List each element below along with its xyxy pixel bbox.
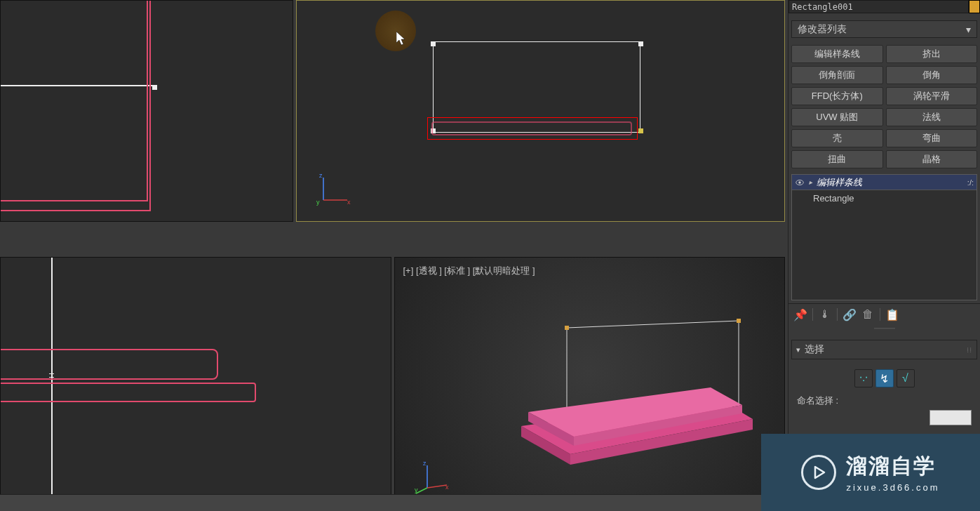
vertex-icon: ⸪ xyxy=(860,372,867,385)
mod-bend-button[interactable]: 弯曲 xyxy=(886,129,978,147)
named-selection-label: 命名选择 : xyxy=(797,394,838,407)
viewport-bottom-left[interactable] xyxy=(0,257,391,511)
viewport-top-left[interactable] xyxy=(0,0,293,222)
subobject-selection-row: ⸪ ↯ √ xyxy=(788,362,980,394)
svg-rect-4 xyxy=(737,319,741,323)
axis-y-label: y xyxy=(316,199,320,206)
watermark-url: zixue.3d66.com xyxy=(846,482,939,493)
rollout-collapse-icon: ▾ xyxy=(796,345,800,354)
pin-icon[interactable]: 📌 xyxy=(794,308,807,321)
mod-edit-spline-button[interactable]: 编辑样条线 xyxy=(791,45,883,63)
stack-active-label: 编辑样条线 xyxy=(817,176,862,189)
vertex-subobject-button[interactable]: ⸪ xyxy=(854,369,873,387)
perspective-model xyxy=(507,307,767,461)
svg-text:x: x xyxy=(445,484,449,491)
axis-gizmo-icon: z x y xyxy=(415,461,450,496)
axis-x-label: x xyxy=(347,199,351,206)
viewport-top-right[interactable]: z x y xyxy=(296,0,785,222)
mouse-highlight xyxy=(375,11,416,51)
mod-bevel-button[interactable]: 倒角 xyxy=(886,66,978,84)
viewport-perspective[interactable]: [+] [透视 ] [标准 ] [默认明暗处理 ] xyxy=(394,257,786,511)
axis-z-label: z xyxy=(319,172,323,179)
grip-dots-icon: ⁞⁞ xyxy=(967,346,972,354)
stack-item-rectangle[interactable]: Rectangle xyxy=(792,190,976,206)
segment-icon: ↯ xyxy=(880,372,889,385)
expand-triangle-icon: ▸ xyxy=(809,178,812,186)
modifier-list-label: 修改器列表 xyxy=(798,23,847,36)
named-selection-input[interactable] xyxy=(929,410,972,425)
modifier-list-dropdown[interactable]: 修改器列表 ▾ xyxy=(791,20,977,38)
status-bar xyxy=(0,494,788,511)
mod-normal-button[interactable]: 法线 xyxy=(886,108,978,126)
stack-base-label: Rectangle xyxy=(813,193,854,204)
watermark: 溜溜自学 zixue.3d66.com xyxy=(761,434,980,511)
svg-line-6 xyxy=(427,485,447,488)
mod-bevel-profile-button[interactable]: 倒角剖面 xyxy=(791,66,883,84)
show-end-result-icon[interactable]: 🌡 xyxy=(819,308,831,321)
mod-turbosmooth-button[interactable]: 涡轮平滑 xyxy=(886,87,978,105)
mod-extrude-button[interactable]: 挤出 xyxy=(886,45,978,63)
mod-shell-button[interactable]: 壳 xyxy=(791,129,883,147)
mod-lattice-button[interactable]: 晶格 xyxy=(886,150,978,168)
chevron-down-icon: ▾ xyxy=(966,24,971,35)
watermark-play-icon xyxy=(801,455,836,490)
svg-text:y: y xyxy=(415,486,418,493)
mod-twist-button[interactable]: 扭曲 xyxy=(791,150,883,168)
stack-item-edit-spline[interactable]: ▸ 编辑样条线 :/: xyxy=(792,175,976,190)
svg-point-12 xyxy=(798,181,801,184)
svg-text:z: z xyxy=(423,461,427,467)
eye-icon xyxy=(795,178,805,187)
axis-gizmo-icon: z x y xyxy=(316,172,351,207)
named-selection-row: 命名选择 : xyxy=(788,394,980,407)
mod-uvw-map-button[interactable]: UVW 贴图 xyxy=(791,108,883,126)
rollout-selection-header[interactable]: ▾ 选择 ⁞⁞ xyxy=(791,340,977,359)
object-color-swatch[interactable] xyxy=(969,0,980,13)
configure-modifier-sets-icon[interactable]: 📋 xyxy=(886,308,899,321)
segment-subobject-button[interactable]: ↯ xyxy=(875,369,894,387)
viewport-label: [+] [透视 ] [标准 ] [默认明暗处理 ] xyxy=(403,265,535,277)
panel-drag-handle[interactable] xyxy=(874,328,895,330)
spline-subobject-button[interactable]: √ xyxy=(897,369,915,387)
cursor-arrow-icon xyxy=(396,32,408,49)
svg-rect-3 xyxy=(565,326,569,330)
delete-modifier-icon[interactable]: 🗑 xyxy=(861,308,874,321)
make-unique-icon[interactable]: 🔗 xyxy=(843,308,856,321)
object-name-input[interactable] xyxy=(788,0,969,13)
modifier-stack[interactable]: ▸ 编辑样条线 :/: Rectangle xyxy=(791,174,977,300)
watermark-title: 溜溜自学 xyxy=(846,452,939,481)
mod-ffd-box-button[interactable]: FFD(长方体) xyxy=(791,87,883,105)
stack-toolbar: 📌 🌡 🔗 🗑 📋 xyxy=(788,303,980,325)
spline-icon: √ xyxy=(902,372,908,385)
rollout-selection-label: 选择 xyxy=(805,343,824,356)
stack-active-extra: :/: xyxy=(967,178,974,187)
